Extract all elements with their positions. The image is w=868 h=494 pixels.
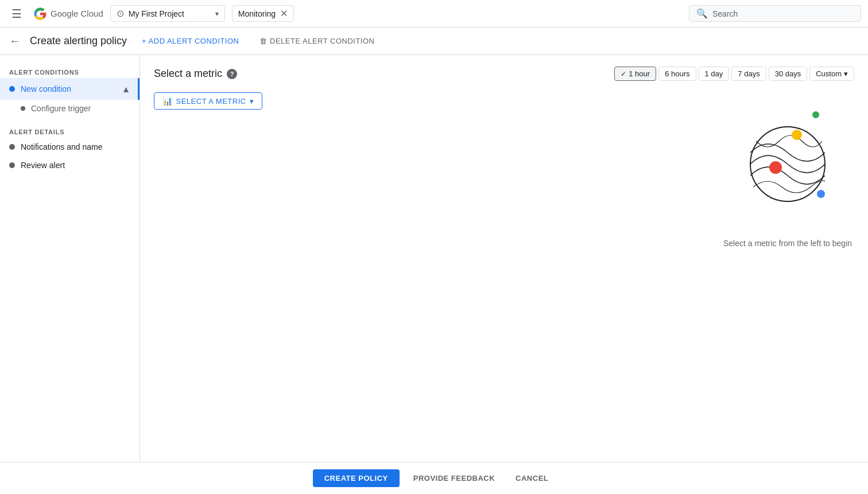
dropdown-arrow-icon: ▾ <box>215 10 219 18</box>
yellow-dot <box>792 130 802 140</box>
custom-dropdown-arrow-icon: ▾ <box>844 69 848 78</box>
time-btn-6hours[interactable]: 6 hours <box>658 67 696 81</box>
monitoring-label: Monitoring <box>238 9 276 18</box>
dots-pattern-bottom: · · · · ·· · · · · <box>742 209 776 219</box>
main-layout: ALERT CONDITIONS New condition ▴ Configu… <box>0 55 868 462</box>
create-policy-button[interactable]: CREATE POLICY <box>313 469 400 487</box>
back-button[interactable]: ← <box>9 34 21 48</box>
select-metric-hint: Select a metric from the left to begin <box>723 239 852 248</box>
project-name: My First Project <box>129 9 211 18</box>
add-alert-condition-button[interactable]: + ADD ALERT CONDITION <box>136 33 245 49</box>
search-icon: 🔍 <box>696 8 708 19</box>
new-condition-label: New condition <box>21 84 118 94</box>
search-label: Search <box>712 9 738 18</box>
sidebar-item-notifications[interactable]: Notifications and name <box>0 138 140 156</box>
select-metric-button[interactable]: 📊 SELECT A METRIC ▾ <box>154 92 262 110</box>
time-btn-30days[interactable]: 30 days <box>769 67 808 81</box>
time-btn-7days[interactable]: 7 days <box>731 67 766 81</box>
time-btn-1day[interactable]: 1 day <box>699 67 730 81</box>
clear-monitoring-icon[interactable]: ✕ <box>280 8 288 19</box>
red-dot <box>769 161 782 174</box>
content-area: Select a metric ? ✓ 1 hour 6 hours 1 day <box>140 55 868 462</box>
dots-pattern-right: · · ·· · ·· · ·· · ·· · · <box>829 127 848 150</box>
metric-title: Select a metric <box>154 68 222 80</box>
time-btn-6hours-label: 6 hours <box>665 69 689 78</box>
select-metric-btn-label: SELECT A METRIC <box>176 97 246 106</box>
configure-trigger-label: Configure trigger <box>31 104 91 113</box>
time-btn-1day-label: 1 day <box>705 69 723 78</box>
sidebar: ALERT CONDITIONS New condition ▴ Configu… <box>0 55 140 462</box>
project-icon: ⊙ <box>117 8 124 19</box>
chevron-up-icon: ▴ <box>123 83 129 95</box>
sidebar-item-review[interactable]: Review alert <box>0 156 140 174</box>
bar-chart-icon: 📊 <box>162 96 173 106</box>
time-btn-1hour[interactable]: ✓ 1 hour <box>614 67 656 81</box>
help-icon[interactable]: ? <box>227 69 237 79</box>
new-condition-dot <box>9 86 15 92</box>
monitoring-badge: Monitoring ✕ <box>232 5 294 22</box>
time-btn-custom-label: Custom <box>816 69 842 78</box>
globe-illustration <box>747 124 828 204</box>
illustration-graphic: · · · · ·· · · · ·· · · · ·· · · · · <box>724 101 851 227</box>
alert-conditions-section-label: ALERT CONDITIONS <box>0 64 140 78</box>
time-btn-custom[interactable]: Custom ▾ <box>809 67 854 81</box>
menu-icon[interactable]: ☰ <box>7 2 26 25</box>
notifications-label: Notifications and name <box>21 142 130 151</box>
review-dot <box>9 162 15 168</box>
google-cloud-text: Google Cloud <box>51 9 103 18</box>
page-title: Create alerting policy <box>30 35 127 47</box>
notifications-dot <box>9 144 15 150</box>
metric-title-group: Select a metric ? <box>154 68 237 80</box>
time-btn-30days-label: 30 days <box>775 69 801 78</box>
cancel-button[interactable]: CANCEL <box>509 469 555 487</box>
bottom-bar: CREATE POLICY PROVIDE FEEDBACK CANCEL <box>0 462 868 494</box>
content-inner: Select a metric ? ✓ 1 hour 6 hours 1 day <box>140 55 868 462</box>
configure-trigger-dot <box>21 106 25 111</box>
review-label: Review alert <box>21 161 130 170</box>
time-btn-1hour-label: 1 hour <box>629 69 650 78</box>
time-btn-7days-label: 7 days <box>738 69 760 78</box>
sidebar-item-configure-trigger[interactable]: Configure trigger <box>0 100 140 117</box>
illustration-area: · · · · ·· · · · ·· · · · ·· · · · · <box>707 101 868 248</box>
google-cloud-logo: Google Cloud <box>33 7 103 21</box>
metric-header: Select a metric ? ✓ 1 hour 6 hours 1 day <box>154 67 854 81</box>
delete-alert-condition-button[interactable]: 🗑 DELETE ALERT CONDITION <box>254 33 380 49</box>
green-dot <box>812 111 819 118</box>
sidebar-item-new-condition[interactable]: New condition ▴ <box>0 78 140 100</box>
blue-dot <box>817 190 825 198</box>
select-metric-dropdown-icon: ▾ <box>250 97 254 106</box>
search-bar[interactable]: 🔍 Search <box>689 5 861 22</box>
google-logo-svg <box>33 7 47 21</box>
alert-details-section-label: ALERT DETAILS <box>0 124 140 138</box>
project-selector[interactable]: ⊙ My First Project ▾ <box>110 5 225 22</box>
provide-feedback-button[interactable]: PROVIDE FEEDBACK <box>406 469 502 487</box>
checkmark-icon: ✓ <box>621 70 626 78</box>
page-header: ← Create alerting policy + ADD ALERT CON… <box>0 28 868 55</box>
time-range-group: ✓ 1 hour 6 hours 1 day 7 days 30 days <box>614 67 854 81</box>
top-nav: ☰ Google Cloud ⊙ My First Project ▾ Moni… <box>0 0 868 28</box>
